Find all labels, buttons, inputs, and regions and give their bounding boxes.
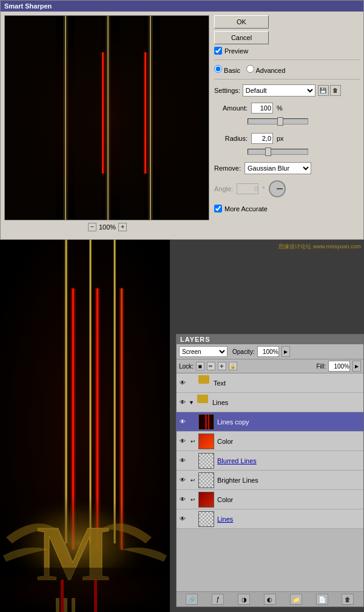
preview-zoom-bar: − 100% +: [4, 223, 211, 231]
lock-transparency-icon[interactable]: ▣: [196, 362, 204, 370]
layer-effects-icon[interactable]: ƒ: [212, 594, 224, 605]
preview-area: − 100% +: [4, 15, 211, 234]
link-layers-icon[interactable]: 🔗: [186, 594, 198, 605]
remove-label: Remove:: [214, 165, 241, 172]
zoom-in-button[interactable]: +: [118, 223, 127, 231]
layer-name: Lines: [211, 399, 362, 406]
preview-label: Preview: [224, 47, 248, 55]
layer-thumb: [198, 472, 214, 488]
dialog-title: Smart Sharpen: [4, 2, 52, 10]
layer-name: Lines: [215, 515, 362, 523]
radius-slider-thumb[interactable]: [265, 148, 271, 156]
cancel-button[interactable]: Cancel: [214, 31, 269, 44]
layer-row[interactable]: 👁 Blurred Lines: [177, 451, 363, 471]
watermark: 思缘设计论坛 www.missyuan.com: [278, 243, 361, 251]
layer-name: Lines copy: [215, 418, 362, 426]
delete-layer-icon[interactable]: 🗑: [342, 594, 354, 605]
layer-row[interactable]: 👁 ↩ Color: [177, 432, 363, 451]
eye-icon[interactable]: 👁: [178, 417, 187, 427]
dialog-title-bar: Smart Sharpen: [1, 1, 363, 12]
radius-input[interactable]: 2,0: [251, 133, 273, 144]
preview-image: [5, 16, 209, 220]
amount-slider-thumb[interactable]: [277, 117, 283, 126]
settings-row: Settings: Default 💾 🗑: [214, 84, 360, 97]
eye-icon[interactable]: 👁: [178, 475, 187, 485]
layers-controls: Screen Opacity: ▶: [177, 344, 363, 359]
ok-button[interactable]: OK: [214, 15, 269, 29]
preview-canvas: [4, 15, 209, 220]
lock-all-icon[interactable]: 🔒: [229, 362, 237, 370]
layer-row[interactable]: 👁 Text: [177, 373, 363, 393]
basic-radio[interactable]: [214, 65, 222, 73]
layer-row[interactable]: 👁 ↩ Brighter Lines: [177, 471, 363, 490]
lock-label: Lock:: [179, 363, 194, 370]
basic-radio-label[interactable]: Basic: [214, 65, 240, 74]
layers-bottom: 🔗 ƒ ◑ ◐ 📁 📄 🗑: [177, 591, 363, 607]
radius-unit: px: [277, 135, 288, 142]
chain-icon: ↩: [189, 476, 197, 484]
fill-label: Fill:: [316, 363, 326, 370]
new-layer-icon[interactable]: 📄: [316, 594, 328, 605]
folder-icon: [198, 375, 209, 384]
layer-row[interactable]: 👁 ↩ Color: [177, 490, 363, 509]
settings-delete-icon[interactable]: 🗑: [330, 85, 341, 96]
angle-row: Angle: °: [214, 180, 360, 197]
layer-thumb: [198, 433, 214, 449]
layer-thumb: [198, 492, 214, 508]
btn-row: OK Cancel Preview: [214, 15, 360, 55]
layer-thumb: [198, 511, 214, 527]
advanced-radio[interactable]: [246, 65, 254, 73]
chain-icon: ↩: [189, 437, 197, 446]
opacity-input[interactable]: [257, 346, 279, 357]
layer-row[interactable]: 👁 ▼ Lines: [177, 393, 363, 412]
zoom-value: 100%: [99, 223, 116, 231]
amount-row: Amount: 100 %: [214, 103, 360, 114]
svg-rect-4: [63, 16, 68, 220]
settings-save-icon[interactable]: 💾: [318, 85, 329, 96]
svg-rect-45: [208, 415, 209, 430]
new-group-icon[interactable]: 📁: [290, 594, 302, 605]
layer-row-selected[interactable]: 👁 Lines copy: [177, 412, 363, 432]
preview-checkbox[interactable]: [214, 47, 222, 55]
svg-rect-44: [205, 415, 207, 430]
mask-icon[interactable]: ◑: [238, 594, 250, 605]
fill-arrow[interactable]: ▶: [352, 361, 361, 372]
angle-unit: °: [262, 185, 265, 192]
svg-rect-18: [160, 16, 209, 220]
radius-label: Radius:: [214, 135, 248, 142]
expand-arrow[interactable]: ▼: [189, 399, 196, 406]
lock-paint-icon[interactable]: ✏: [207, 362, 215, 370]
lock-move-icon[interactable]: ✛: [218, 362, 226, 370]
amount-input[interactable]: 100: [251, 103, 273, 114]
svg-rect-17: [120, 16, 144, 220]
fill-input[interactable]: [328, 361, 350, 372]
eye-icon[interactable]: 👁: [178, 398, 187, 407]
more-accurate-checkbox[interactable]: [214, 205, 222, 212]
eye-icon[interactable]: 👁: [178, 378, 187, 388]
amount-slider[interactable]: [248, 118, 308, 124]
svg-rect-10: [148, 16, 153, 220]
advanced-radio-label[interactable]: Advanced: [246, 65, 285, 74]
eye-icon[interactable]: 👁: [178, 456, 187, 466]
more-accurate-row: More Accurate: [214, 205, 360, 212]
adjustment-layer-icon[interactable]: ◐: [264, 594, 276, 605]
svg-rect-15: [5, 16, 56, 220]
eye-icon[interactable]: 👁: [178, 514, 187, 524]
layer-thumb: [198, 414, 214, 430]
eye-icon[interactable]: 👁: [178, 495, 187, 505]
zoom-out-button[interactable]: −: [88, 223, 96, 231]
blend-mode-select[interactable]: Screen: [179, 346, 228, 357]
remove-select[interactable]: Gaussian Blur: [244, 162, 311, 174]
angle-indicator: [277, 188, 283, 189]
angle-dial[interactable]: [269, 180, 286, 197]
radius-row: Radius: 2,0 px: [214, 133, 360, 144]
opacity-arrow[interactable]: ▶: [281, 346, 290, 357]
more-accurate-label: More Accurate: [224, 205, 268, 212]
radius-slider[interactable]: [248, 149, 308, 155]
eye-icon[interactable]: 👁: [178, 437, 187, 446]
layer-row[interactable]: 👁 Lines: [177, 509, 363, 529]
smart-sharpen-dialog: Smart Sharpen: [0, 0, 364, 240]
settings-select[interactable]: Default: [243, 84, 315, 97]
layer-thumb: [197, 395, 209, 410]
lock-row: Lock: ▣ ✏ ✛ 🔒 Fill: ▶: [177, 359, 363, 373]
